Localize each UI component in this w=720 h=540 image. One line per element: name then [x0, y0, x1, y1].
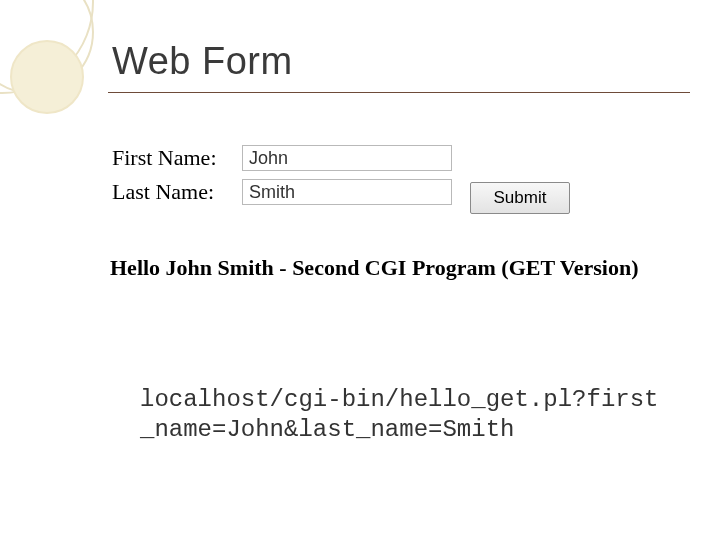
last-name-input[interactable]	[242, 179, 452, 205]
result-heading: Hello John Smith - Second CGI Program (G…	[110, 255, 638, 281]
first-name-label: First Name:	[112, 145, 242, 171]
last-name-label: Last Name:	[112, 179, 242, 205]
first-name-input[interactable]	[242, 145, 452, 171]
decorative-circle	[10, 40, 84, 114]
title-underline	[108, 92, 690, 93]
request-url: localhost/cgi-bin/hello_get.pl?first_nam…	[140, 385, 670, 445]
first-name-row: First Name:	[112, 145, 612, 171]
submit-button[interactable]: Submit	[470, 182, 570, 214]
page-title: Web Form	[112, 40, 293, 83]
